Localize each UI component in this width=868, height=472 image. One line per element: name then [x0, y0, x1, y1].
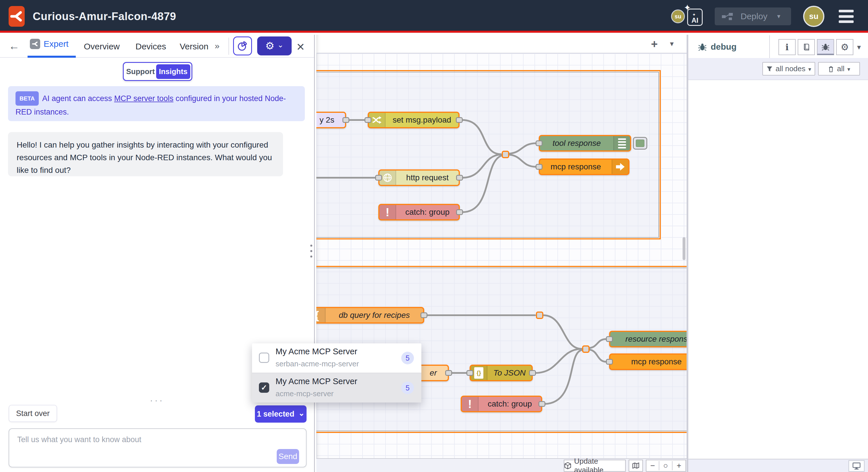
- avatar-small[interactable]: su: [671, 9, 685, 23]
- start-over-button[interactable]: Start over: [9, 405, 57, 422]
- debug-enable-toggle[interactable]: [633, 137, 647, 150]
- node-db-query[interactable]: { db query for recipes: [316, 307, 424, 324]
- tab-debug[interactable]: debug: [688, 35, 770, 58]
- input-port[interactable]: [365, 117, 371, 123]
- sidebar-menu-caret-icon[interactable]: ▾: [857, 43, 861, 52]
- canvas-splitter-handle[interactable]: [310, 245, 312, 261]
- node-inject[interactable]: y 2s: [316, 112, 346, 128]
- selection-label: 1 selected: [257, 410, 294, 419]
- debug-footer: [688, 459, 868, 472]
- bug-icon: [822, 43, 830, 51]
- input-port[interactable]: [375, 175, 382, 181]
- insights-chart-button[interactable]: [233, 36, 252, 55]
- minimap-button[interactable]: [629, 460, 643, 472]
- gear-icon: ⚙: [265, 40, 274, 52]
- brace-icon: {: [316, 308, 326, 322]
- node-http-request[interactable]: http request: [378, 169, 460, 186]
- pie-chart-icon: [237, 40, 248, 51]
- beta-badge: BETA: [16, 91, 39, 106]
- node-link-mcp-response-lower[interactable]: mcp response: [609, 353, 687, 370]
- checkbox-unchecked[interactable]: [259, 353, 269, 363]
- add-flow-icon[interactable]: +: [651, 38, 658, 51]
- server-selection-button[interactable]: 1 selected ⌄: [255, 405, 307, 423]
- close-icon[interactable]: ✕: [296, 41, 305, 53]
- server-subtitle: acme-mcp-server: [276, 389, 334, 398]
- node-change[interactable]: set msg.payload: [368, 112, 460, 128]
- instance-icon: [30, 39, 40, 49]
- output-port[interactable]: [538, 401, 546, 407]
- flowfuse-logo[interactable]: [9, 6, 25, 27]
- zoom-in-button[interactable]: +: [673, 461, 685, 470]
- beta-banner: BETAAI agent can access MCP server tools…: [8, 86, 305, 121]
- zoom-out-button[interactable]: −: [646, 461, 659, 470]
- debug-filter-button[interactable]: all nodes ▾: [763, 62, 815, 76]
- tab-devices[interactable]: Devices: [135, 41, 166, 51]
- flow-list-caret-icon[interactable]: ▾: [670, 39, 674, 48]
- node-catch-lower[interactable]: ! catch: group: [461, 395, 542, 412]
- config-sidebar-button[interactable]: ⚙: [836, 39, 854, 55]
- toggle-insights[interactable]: Insights: [156, 64, 190, 79]
- checkbox-checked[interactable]: ✓: [259, 382, 269, 393]
- node-catch[interactable]: ! catch: group: [378, 204, 460, 220]
- canvas-scrollbar[interactable]: [683, 237, 685, 260]
- banner-text-before: AI agent can access: [42, 94, 114, 103]
- ai-assistant-button[interactable]: AI: [687, 9, 703, 26]
- debug-clear-button[interactable]: all ▾: [818, 62, 860, 76]
- wire-junction[interactable]: [582, 345, 590, 353]
- mcp-server-tools-link[interactable]: MCP server tools: [114, 94, 174, 103]
- trash-icon: [828, 65, 834, 72]
- input-port[interactable]: [606, 336, 613, 342]
- deploy-button[interactable]: Deploy ▾: [715, 7, 791, 25]
- help-sidebar-button[interactable]: [798, 39, 815, 55]
- output-port[interactable]: [456, 209, 463, 215]
- monitor-icon: [852, 462, 861, 470]
- server-title: My Acme MCP Server: [276, 377, 358, 386]
- info-sidebar-button[interactable]: i: [778, 39, 796, 55]
- output-port[interactable]: [421, 313, 427, 318]
- input-port[interactable]: [536, 140, 542, 146]
- tab-expert[interactable]: Expert: [30, 39, 69, 49]
- chat-input-container: Send: [9, 429, 307, 467]
- output-port[interactable]: [342, 117, 349, 123]
- input-port[interactable]: [606, 359, 613, 365]
- tab-overflow-icon[interactable]: »: [215, 41, 220, 51]
- update-available-button[interactable]: Update available: [564, 460, 626, 472]
- ai-label: AI: [688, 17, 702, 24]
- output-port[interactable]: [456, 175, 463, 181]
- link-out-arrow-icon: [612, 159, 628, 174]
- back-icon[interactable]: ←: [9, 40, 20, 52]
- tab-overview[interactable]: Overview: [84, 41, 120, 51]
- node-debug-tool-response[interactable]: tool response: [539, 135, 631, 152]
- debug-output-icon: [613, 136, 630, 150]
- avatar-large[interactable]: su: [803, 6, 825, 27]
- debug-sidebar-button[interactable]: [817, 39, 834, 55]
- tabbar-divider: [228, 38, 229, 55]
- zoom-controls: − ○ +: [646, 460, 686, 472]
- deploy-caret-icon[interactable]: ▾: [777, 12, 780, 20]
- wire-junction[interactable]: [536, 312, 544, 319]
- output-port[interactable]: [456, 117, 463, 123]
- node-to-json[interactable]: {} To JSON: [470, 365, 533, 381]
- output-port[interactable]: [529, 370, 536, 376]
- canvas-footer: Update available − ○ +: [316, 458, 687, 472]
- assistant-tabbar: ← Expert Overview Devices Version » ⚙ ⌄ …: [0, 35, 314, 58]
- open-debug-window-button[interactable]: [848, 460, 865, 472]
- assistant-settings-button[interactable]: ⚙ ⌄: [257, 36, 291, 55]
- instance-title: Curious-Amur-Falcon-4879: [33, 0, 176, 33]
- assistant-greeting: Hello! I can help you gather insights by…: [8, 132, 283, 176]
- server-item[interactable]: My Acme MCP Server serban-acme-mcp-serve…: [252, 343, 422, 373]
- input-port[interactable]: [536, 164, 542, 170]
- wire-junction[interactable]: [502, 151, 509, 158]
- server-item[interactable]: ✓ My Acme MCP Server acme-mcp-server 5: [252, 373, 422, 403]
- node-debug-resource-response[interactable]: resource respons: [609, 331, 687, 347]
- server-subtitle: serban-acme-mcp-server: [276, 359, 359, 368]
- send-button[interactable]: Send: [277, 449, 299, 464]
- tab-version[interactable]: Version: [180, 41, 208, 51]
- chat-input[interactable]: [17, 435, 276, 461]
- output-port[interactable]: [445, 370, 452, 376]
- main-menu-button[interactable]: [839, 10, 854, 23]
- zoom-reset-button[interactable]: ○: [659, 461, 672, 470]
- node-link-mcp-response[interactable]: mcp response: [539, 158, 629, 175]
- toggle-support[interactable]: Support: [125, 67, 156, 76]
- input-port[interactable]: [466, 370, 473, 376]
